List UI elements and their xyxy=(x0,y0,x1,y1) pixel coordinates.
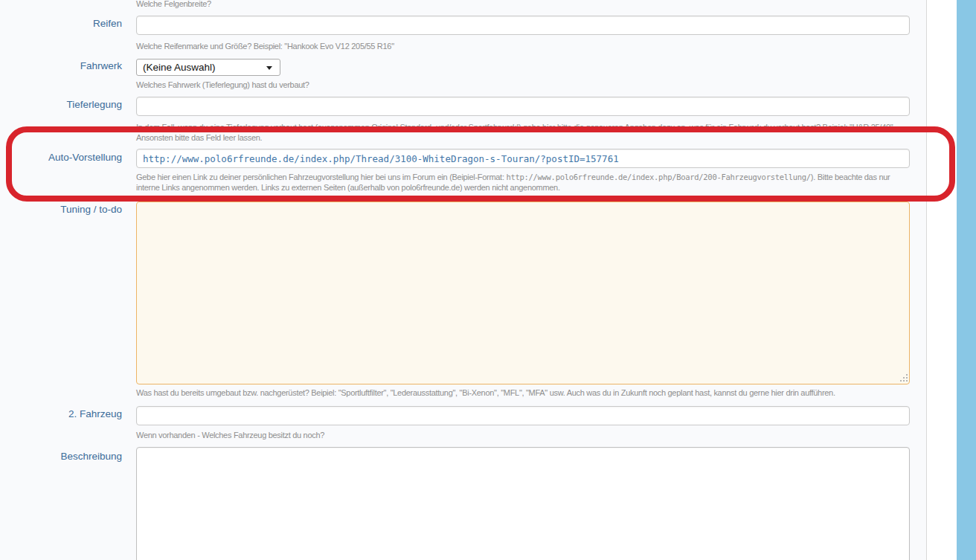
reifen-input[interactable] xyxy=(136,16,910,35)
resize-grip-icon[interactable] xyxy=(900,374,908,382)
tieferlegung-hint: In dem Fall, wenn du eine Tieferlegung v… xyxy=(136,122,910,143)
auto-vorstellung-hint-prefix: Gebe hier einen Link zu deiner persönlic… xyxy=(136,173,506,181)
reifen-label: Reifen xyxy=(0,18,122,29)
auto-vorstellung-input[interactable] xyxy=(136,149,910,168)
reifen-hint: Welche Reifenmarke und Größe? Beispiel: … xyxy=(136,41,910,51)
zweites-fahrzeug-hint: Wenn vorhanden - Welches Fahrzeug besitz… xyxy=(136,430,910,440)
fahrwerk-hint: Welches Fahrwerk (Tieferlegung) hast du … xyxy=(136,80,910,90)
fahrwerk-label: Fahrwerk xyxy=(0,60,122,71)
vehicle-form-panel: Welche Felgenbreite? Reifen Welche Reife… xyxy=(0,0,927,560)
beschreibung-textarea-wrap xyxy=(136,447,910,560)
beschreibung-textarea[interactable] xyxy=(136,447,910,560)
tuning-textarea[interactable] xyxy=(136,202,910,384)
tieferlegung-input[interactable] xyxy=(136,97,910,116)
zweites-fahrzeug-input[interactable] xyxy=(136,406,910,425)
tieferlegung-label: Tieferlegung xyxy=(0,99,122,110)
auto-vorstellung-hint: Gebe hier einen Link zu deiner persönlic… xyxy=(136,172,910,193)
tuning-label: Tuning / to-do xyxy=(0,204,122,215)
beschreibung-label: Beschreibung xyxy=(0,451,122,462)
tuning-textarea-wrap xyxy=(136,202,910,384)
fahrwerk-select-value: (Keine Auswahl) xyxy=(143,62,216,73)
page-edge-strip xyxy=(957,0,976,560)
auto-vorstellung-hint-url: http://www.polo6rfreunde.de/index.php/Bo… xyxy=(506,173,810,181)
dropdown-caret-icon xyxy=(266,66,272,70)
fahrwerk-select[interactable]: (Keine Auswahl) xyxy=(136,59,280,76)
felgenbreite-hint: Welche Felgenbreite? xyxy=(136,0,910,9)
tuning-hint: Was hast du bereits umgebaut bzw. nachge… xyxy=(136,387,910,398)
auto-vorstellung-label: Auto-Vorstellung xyxy=(0,152,122,163)
zweites-fahrzeug-label: 2. Fahrzeug xyxy=(0,408,122,419)
